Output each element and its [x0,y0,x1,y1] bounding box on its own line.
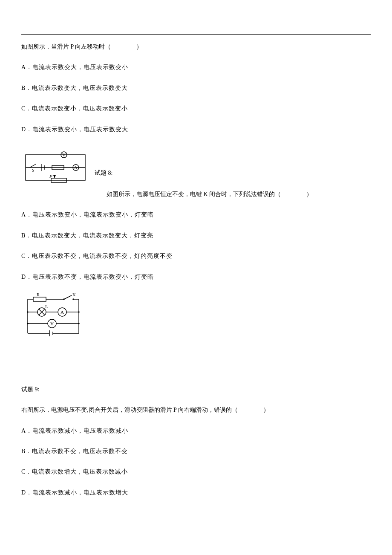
q7-stem-close: ） [136,43,142,50]
ammeter-label: A [74,165,78,170]
q7-option-d: D．电流表示数变小，电压表示数变大 [21,125,371,134]
ammeter-label-2: A [61,309,64,315]
q8-option-a: A．电压表示数变小，电流表示数变小，灯变暗 [21,210,371,220]
svg-rect-12 [33,297,46,301]
q7-stem: 如图所示．当滑片 P 向左移动时（ ） [21,42,371,52]
slider-label: P [49,173,52,179]
q8-circuit-diagram: R K L A V [21,293,371,340]
q7-option-c: C．电流表示数变小，电压表示数变小 [21,104,371,113]
q7-option-b: B．电流表示数变大，电压表示数变大 [21,84,371,93]
svg-line-14 [64,295,72,299]
q9-blank [238,405,263,415]
q8-title: 试题 8: [95,169,112,177]
q9-option-b: B．电流表示数不变，电压表示数不变 [21,447,371,456]
svg-point-37 [78,323,80,324]
q9-stem-text: 右图所示，电源电压不变,闭合开关后，滑动变阻器的滑片 P 向右端滑动，错误的（ [21,407,238,413]
resistor-label: R [37,293,40,297]
voltmeter-label-2: V [50,321,54,326]
lamp-label: L [45,304,48,309]
q9-option-a: A．电流表示数减小，电压表示数减小 [21,426,371,436]
q9-option-d: D．电流表示数减小，电压表示数增大 [21,488,371,497]
q9-option-c: C．电流表示数增大，电压表示数减小 [21,467,371,477]
q8-blank [281,190,306,199]
svg-marker-10 [53,175,56,178]
q7-blank [111,42,136,52]
q8-stem-close: ） [306,191,312,197]
switch-k-label: K [72,293,76,297]
svg-line-3 [30,164,36,168]
svg-point-35 [78,311,80,313]
svg-point-15 [63,298,65,300]
voltmeter-label: V [62,152,66,157]
q8-stem: 如图所示，电源电压恒定不变，电键 K 闭合时，下列说法错误的（ ） [107,190,371,199]
q9-title: 试题 9: [21,385,371,394]
svg-point-36 [27,323,29,324]
q8-option-c: C．电压表示数不变，电流表示数不变，灯的亮度不变 [21,251,371,261]
q7-circuit-diagram: V S A P [21,151,89,185]
q8-stem-text: 如图所示，电源电压恒定不变，电键 K 闭合时，下列说法错误的（ [107,191,281,197]
q7-option-a: A．电流表示数变大，电压表示数变小 [21,63,371,72]
q9-stem-close: ） [263,407,269,413]
q8-option-d: D．电压表示数不变，电流表示数变小，灯变暗 [21,272,371,282]
q7-stem-text: 如图所示．当滑片 P 向左移动时（ [21,43,111,50]
q9-stem: 右图所示，电源电压不变,闭合开关后，滑动变阻器的滑片 P 向右端滑动，错误的（ … [21,405,371,415]
svg-point-34 [27,311,29,313]
switch-label: S [32,168,35,173]
q8-option-b: B．电压表示数变大，电流表示数变大，灯变亮 [21,231,371,240]
